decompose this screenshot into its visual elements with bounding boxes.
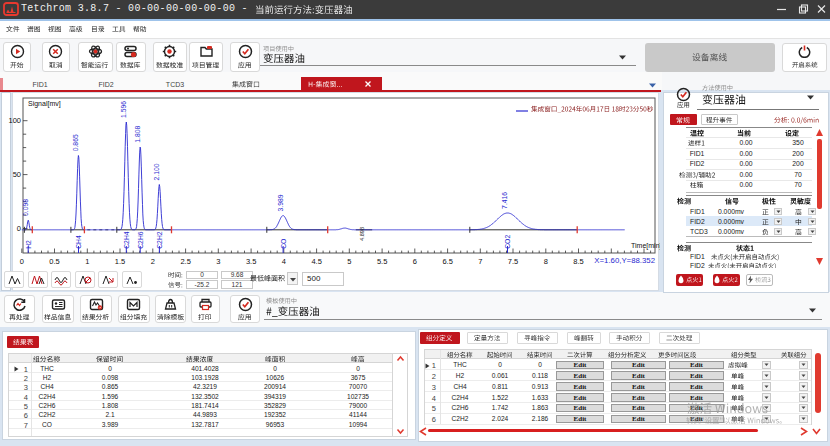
- svg-text:4.5: 4.5: [311, 257, 321, 266]
- svg-text:0: 0: [17, 224, 21, 233]
- svg-text:2.100: 2.100: [153, 163, 160, 180]
- svg-text:8: 8: [544, 257, 548, 266]
- svg-text:1.808: 1.808: [134, 125, 141, 142]
- svg-text:3.989: 3.989: [277, 194, 284, 211]
- svg-text:6: 6: [413, 257, 417, 266]
- svg-text:4.898: 4.898: [359, 227, 365, 241]
- svg-text:0.098: 0.098: [22, 199, 29, 216]
- svg-text:50: 50: [13, 170, 21, 179]
- svg-text:6.5: 6.5: [442, 257, 452, 266]
- svg-text:0.5: 0.5: [49, 257, 59, 266]
- svg-text:Signal[mv]: Signal[mv]: [28, 100, 61, 108]
- svg-text:3.5: 3.5: [246, 257, 256, 266]
- svg-text:4: 4: [282, 257, 286, 266]
- svg-text:2: 2: [151, 257, 155, 266]
- svg-text:1.5: 1.5: [115, 257, 125, 266]
- svg-text:7.5: 7.5: [508, 257, 518, 266]
- svg-text:X=1.60,Y=88.352: X=1.60,Y=88.352: [594, 256, 655, 265]
- svg-text:0: 0: [20, 257, 24, 266]
- svg-text:7: 7: [478, 257, 482, 266]
- svg-text:7.416: 7.416: [502, 192, 509, 209]
- svg-text:2.5: 2.5: [180, 257, 190, 266]
- svg-text:3: 3: [216, 257, 220, 266]
- svg-text:100: 100: [8, 116, 21, 125]
- svg-text:5: 5: [347, 257, 351, 266]
- svg-text:1.596: 1.596: [120, 101, 127, 118]
- svg-text:5.5: 5.5: [377, 257, 387, 266]
- svg-text:Time[min]: Time[min]: [631, 242, 660, 250]
- svg-text:0.865: 0.865: [73, 134, 80, 151]
- svg-text:8.5: 8.5: [573, 257, 583, 266]
- svg-text:1: 1: [85, 257, 89, 266]
